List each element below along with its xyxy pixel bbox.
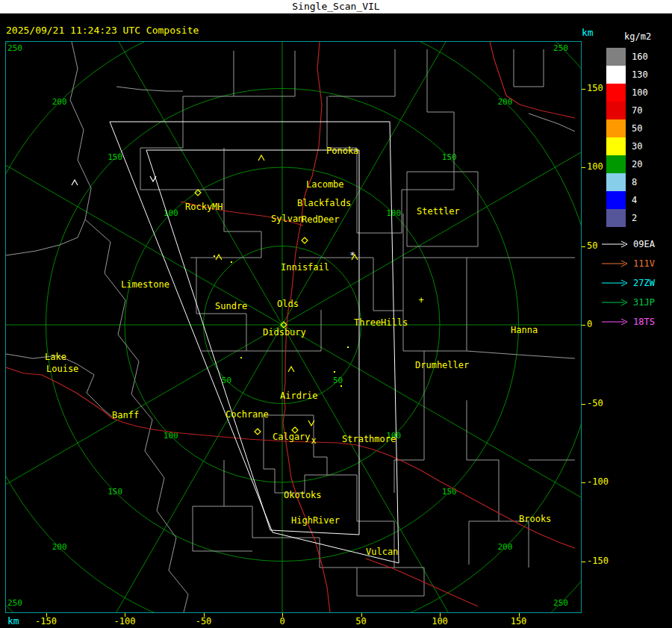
ring-distance-label: 250 — [553, 43, 568, 53]
legend-entry: 160 — [606, 48, 648, 66]
color-scale-legend: 16013010070503020842 — [606, 48, 648, 227]
radar-arrow-icon — [602, 240, 629, 249]
ring-distance-label: 200 — [52, 542, 67, 552]
y-axis-tick — [582, 246, 585, 247]
town-label: Sundre — [215, 301, 247, 311]
radar-id: 09EA — [633, 239, 655, 249]
dot-marker-icon — [340, 385, 342, 387]
window-titlebar: Single_Scan_VIL — [0, 0, 672, 13]
ring-distance-label: 150 — [442, 152, 457, 162]
dot-marker-icon — [214, 255, 215, 257]
plus-marker-icon: + — [418, 295, 423, 305]
radar-map-display[interactable]: 1001502002501001502002505010015020025050… — [5, 41, 582, 613]
town-label: Brooks — [519, 514, 551, 524]
asterisk-marker-icon: * — [349, 250, 355, 261]
dot-marker-icon — [347, 346, 349, 348]
y-axis-tick — [582, 167, 585, 168]
legend-entry: 130 — [606, 66, 648, 84]
legend-entry: 70 — [606, 102, 648, 119]
y-axis-tick — [582, 482, 585, 483]
caret-marker-icon — [72, 180, 78, 185]
radar-id: 27ZW — [633, 278, 655, 288]
ring-distance-label: 200 — [52, 97, 67, 107]
diamond-marker-icon — [255, 429, 261, 435]
legend-color-swatch — [606, 102, 626, 119]
town-label: Calgary — [273, 432, 311, 442]
x-axis-label: 0 — [267, 616, 297, 627]
y-axis-tick — [582, 89, 585, 90]
y-axis-label: -100 — [587, 476, 609, 487]
legend-color-swatch — [606, 191, 626, 209]
x-axis-tick — [46, 613, 47, 617]
radar-legend-item: 27ZW — [602, 273, 655, 293]
x-axis-tick — [125, 613, 125, 617]
legend-color-swatch — [606, 66, 626, 84]
town-label: Banff — [112, 410, 139, 420]
ring-distance-label: 250 — [7, 43, 22, 53]
y-axis-tick — [582, 325, 585, 326]
ring-distance-label: 150 — [442, 487, 457, 497]
radar-id: 18TS — [633, 317, 655, 327]
town-label: Olds — [277, 299, 299, 309]
y-axis-label: 150 — [587, 83, 603, 93]
legend-value: 30 — [632, 141, 642, 152]
dot-marker-icon — [231, 261, 232, 263]
cross-marker-icon: x — [311, 435, 316, 446]
town-label: HighRiver — [291, 515, 340, 526]
ring-distance-label: 200 — [497, 542, 512, 552]
y-axis-tick — [582, 404, 585, 405]
legend-value: 130 — [632, 69, 648, 80]
x-axis-tick — [440, 613, 441, 617]
dot-marker-icon — [240, 357, 242, 358]
town-label: Vulcan — [366, 547, 398, 557]
x-axis-tick — [519, 613, 520, 617]
station-markers: *+x — [72, 155, 424, 446]
legend-color-swatch — [606, 84, 626, 102]
legend-entry: 50 — [606, 119, 648, 137]
ring-distance-label: 150 — [108, 152, 122, 162]
dot-marker-icon — [334, 371, 335, 373]
ring-distance-label: 50 — [333, 376, 343, 385]
legend-entry: 2 — [606, 209, 648, 227]
ring-distance-label: 100 — [386, 208, 401, 218]
radar-id: 31JP — [633, 297, 655, 308]
legend-entry: 100 — [606, 84, 648, 102]
town-label: Sylvan — [271, 214, 303, 224]
diamond-marker-icon — [302, 237, 308, 243]
x-axis-tick — [361, 613, 362, 617]
ring-distance-label: 150 — [108, 487, 122, 497]
scan-area-outline — [110, 122, 399, 563]
legend-value: 2 — [632, 213, 637, 223]
radar-viewer-app: { "window": { "title": "Single_Scan_VIL"… — [0, 0, 672, 628]
radar-legend-item: 18TS — [602, 312, 655, 332]
legend-entry: 20 — [606, 155, 648, 173]
vee-marker-icon — [150, 176, 156, 181]
radar-arrow-icon — [602, 259, 629, 268]
radar-arrow-icon — [602, 317, 629, 326]
x-axis-label: -150 — [31, 616, 61, 627]
legend-color-swatch — [606, 173, 626, 191]
town-label: Cochrane — [225, 409, 269, 420]
y-axis-label: 50 — [587, 240, 597, 251]
town-label: Hanna — [511, 325, 538, 335]
town-label: Didsbury — [263, 327, 306, 338]
radar-arrow-icon — [602, 279, 629, 287]
legend-value: 4 — [632, 195, 637, 205]
legend-color-swatch — [606, 137, 626, 155]
ring-distance-label: 50 — [222, 376, 231, 385]
town-label: Drumheller — [415, 360, 469, 370]
town-label: Stettler — [417, 206, 460, 217]
town-label: RedDeer — [302, 214, 340, 225]
town-label: Ponoka — [326, 146, 358, 156]
y-axis-label: 100 — [587, 161, 603, 172]
caret-marker-icon — [288, 367, 294, 372]
x-axis-tick — [204, 613, 205, 617]
radar-map-canvas: 1001502002501001502002505010015020025050… — [6, 42, 581, 612]
x-axis-label: 50 — [346, 616, 376, 627]
caret-marker-icon — [258, 155, 264, 161]
legend-value: 50 — [632, 123, 642, 134]
x-axis-label: -50 — [189, 616, 219, 627]
town-label: Blackfalds — [297, 198, 351, 208]
legend-color-swatch — [606, 48, 626, 66]
x-axis-label: 150 — [504, 616, 534, 627]
